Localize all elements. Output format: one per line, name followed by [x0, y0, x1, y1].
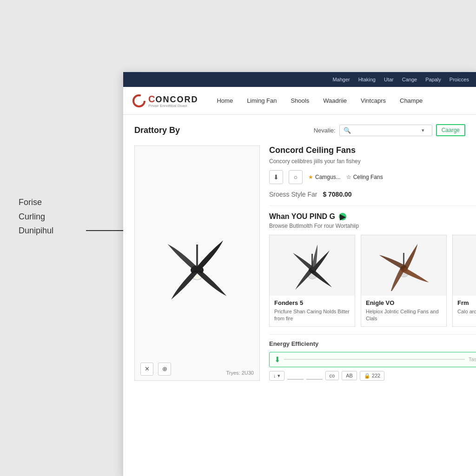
- energy-title: Energy Efficienty: [269, 340, 476, 347]
- product-title: Concord Ceiling Fans: [269, 145, 476, 155]
- product-details: Concord Ceiling Fans Concory celibtres j…: [269, 145, 476, 381]
- search-label: Nevalie:: [314, 127, 336, 134]
- product-description: Concory celibtres jiills your fan fishey: [269, 158, 476, 165]
- wypinog-section: Whan YOU PIND G ▶ Browse Butlmolth For r…: [269, 205, 476, 327]
- card-desc-3: Calo ard m: [457, 308, 476, 315]
- top-bar: Mahger Htaking Utar Cange Papaly Proicce…: [123, 72, 476, 87]
- card-image-3: [453, 235, 476, 296]
- filter-row: Drattory By Nevalie: 🔍 ▾ Caarge: [134, 124, 465, 136]
- browser-window: Mahger Htaking Utar Cange Papaly Proicce…: [123, 72, 476, 476]
- rating-tag: ★ Camgus...: [308, 174, 341, 180]
- ctrl-badge-co: co: [325, 371, 339, 380]
- category-icon: ☆: [346, 174, 351, 180]
- card-fan-image-3: [465, 240, 476, 291]
- ctrl-select-1-icon: ↓: [273, 373, 276, 378]
- nav-vintcaprs[interactable]: Vintcaprs: [361, 97, 386, 104]
- category-tag: ☆ Celing Fans: [346, 174, 383, 180]
- nav-home[interactable]: Home: [217, 97, 233, 104]
- chevron-down-icon[interactable]: ▾: [422, 127, 424, 133]
- ctrl-input-1[interactable]: [287, 371, 304, 380]
- main-nav: CONCORD Privair Ennofitbal Doast Home Li…: [123, 87, 476, 115]
- logo-text: CONCORD: [148, 94, 198, 105]
- card-desc-1: Pricfure Shan Caring Nolds Bitter from f…: [274, 308, 350, 323]
- page-content: Drattory By Nevalie: 🔍 ▾ Caarge: [123, 115, 476, 476]
- top-bar-links: Mahger Htaking Utar Cange Papaly Proicce…: [332, 77, 469, 82]
- search-input[interactable]: [354, 127, 419, 133]
- image-controls: ✕ ⊕: [140, 363, 171, 376]
- logo-icon: [132, 94, 145, 107]
- wypinog-description: Browse Butlmolth For rour Wortahiip: [269, 223, 476, 229]
- annotation-line1: Forise: [19, 195, 53, 210]
- topbar-link-cange[interactable]: Cange: [402, 77, 417, 82]
- energy-bar-row: ⬇ Tastroam xano rol inding bo•: [269, 352, 476, 367]
- product-image-box: ✕ ⊕ Tryes: 2U30: [134, 145, 260, 381]
- card-title-3: Frm: [457, 299, 476, 306]
- wypinog-title-text: Whan YOU PIND G: [269, 212, 335, 221]
- topbar-link-mahger[interactable]: Mahger: [332, 77, 350, 82]
- download-icon[interactable]: ⬇: [269, 170, 283, 184]
- search-icon: 🔍: [344, 127, 351, 134]
- logo-text-wrap: CONCORD Privair Ennofitbal Doast: [148, 94, 198, 108]
- nav-champe[interactable]: Champe: [400, 97, 423, 104]
- svg-point-0: [133, 95, 145, 106]
- card-desc-2: Helpiox Jolntic Celling Fans and Clals: [366, 308, 442, 323]
- card-image-1: [270, 235, 355, 296]
- logo-area: CONCORD Privair Ennofitbal Doast: [132, 94, 198, 108]
- card-title-1: Fonders 5: [274, 299, 350, 306]
- ctrl-input-2[interactable]: [306, 371, 323, 380]
- nav-shools[interactable]: Shools: [291, 97, 309, 104]
- chevron-select-icon: ▾: [278, 373, 280, 379]
- nav-liming-fan[interactable]: Liming Fan: [247, 97, 277, 104]
- topbar-link-htaking[interactable]: Htaking: [358, 77, 376, 82]
- topbar-link-utar[interactable]: Utar: [384, 77, 394, 82]
- product-price-row: Sroess Style Far $ 7080.00: [269, 191, 476, 198]
- logo-c: C: [148, 94, 155, 104]
- card-title-2: Enigle VO: [366, 299, 442, 306]
- product-card-1: Fonders 5 Pricfure Shan Caring Nolds Bit…: [269, 235, 355, 327]
- product-actions: ⬇ ○ ★ Camgus... ☆ Celing Fans: [269, 170, 476, 184]
- ctrl-badge-ab: AB: [342, 371, 357, 380]
- card-image-2: [361, 235, 446, 296]
- lock-value: 222: [372, 373, 380, 378]
- wypinog-title: Whan YOU PIND G ▶: [269, 212, 476, 221]
- logo-rest: ONCORD: [155, 95, 198, 104]
- ctrl-lock[interactable]: 🔒 222: [360, 371, 384, 381]
- topbar-link-proicces[interactable]: Proicces: [450, 77, 469, 82]
- product-section: ✕ ⊕ Tryes: 2U30 Concord Ceiling Fans Con…: [134, 145, 465, 381]
- product-cards: Fonders 5 Pricfure Shan Caring Nolds Bit…: [269, 235, 476, 327]
- product-card-3: Frm Calo ard m: [452, 235, 476, 327]
- energy-bar-text: Tastroam xano rol inding bo•: [469, 357, 476, 362]
- star-icon: ★: [308, 174, 313, 180]
- ctrl-select-1[interactable]: ↓ ▾: [269, 371, 284, 381]
- annotation-line2: Curling: [19, 210, 53, 224]
- filter-label: Drattory By: [134, 126, 180, 135]
- remove-image-button[interactable]: ✕: [140, 363, 153, 376]
- search-input-wrap: 🔍 ▾: [339, 125, 432, 136]
- product-card-2: Enigle VO Helpiox Jolntic Celling Fans a…: [361, 235, 447, 327]
- green-dot-icon: ▶: [339, 213, 346, 220]
- card-body-3: Frm Calo ard m: [453, 296, 476, 319]
- share-icon[interactable]: ○: [289, 170, 303, 184]
- price-label: Sroess Style Far: [269, 191, 317, 198]
- energy-bar-line: [284, 359, 465, 360]
- lock-icon: 🔒: [364, 373, 370, 379]
- card-fan-image-1: [282, 240, 343, 291]
- topbar-link-papaly[interactable]: Papaly: [425, 77, 441, 82]
- card-body-1: Fonders 5 Pricfure Shan Caring Nolds Bit…: [270, 296, 355, 326]
- price-value: $ 7080.00: [323, 191, 351, 198]
- energy-section: Energy Efficienty ⬇ Tastroam xano rol in…: [269, 334, 476, 381]
- bottom-controls: ↓ ▾ co AB 🔒 222: [269, 371, 476, 381]
- image-count: Tryes: 2U30: [226, 370, 254, 376]
- add-image-button[interactable]: ⊕: [158, 363, 171, 376]
- energy-down-icon: ⬇: [274, 355, 280, 364]
- product-fan-image: [146, 217, 248, 310]
- category-label: Celing Fans: [353, 174, 383, 180]
- nav-waadriie[interactable]: Waadriie: [323, 97, 347, 104]
- card-fan-image-2: [374, 240, 434, 291]
- rating-label: Camgus...: [315, 174, 341, 180]
- svg-rect-5: [196, 245, 198, 268]
- search-area: Nevalie: 🔍 ▾ Caarge: [314, 124, 465, 136]
- card-body-2: Enigle VO Helpiox Jolntic Celling Fans a…: [361, 296, 446, 326]
- annotation-block: Forise Curling Dunipihul: [19, 195, 53, 238]
- caarge-button[interactable]: Caarge: [436, 124, 465, 136]
